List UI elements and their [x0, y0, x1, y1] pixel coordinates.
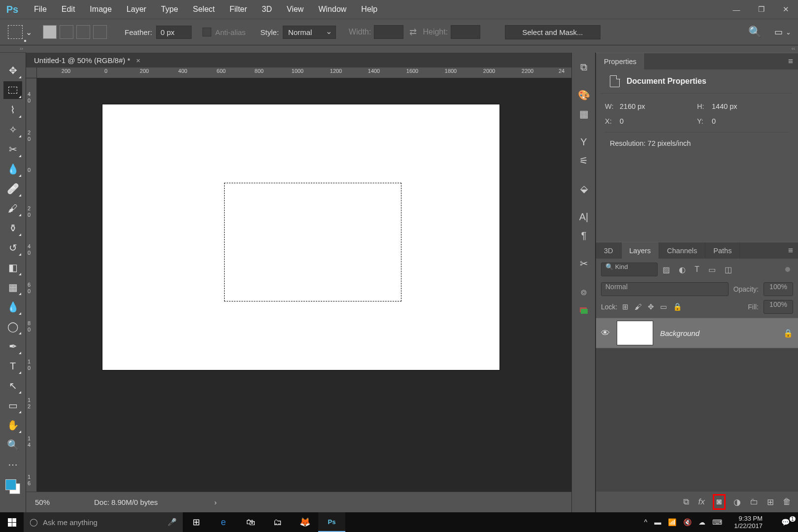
- move-tool[interactable]: ✥: [3, 62, 22, 79]
- layers-comp-icon[interactable]: [574, 302, 593, 319]
- character-panel-icon[interactable]: A|: [574, 208, 593, 225]
- fill-input[interactable]: 100%: [764, 300, 793, 314]
- rectangular-marquee-tool[interactable]: [3, 81, 22, 99]
- canvas[interactable]: [102, 104, 500, 370]
- tab-3d[interactable]: 3D: [596, 242, 622, 259]
- toolbar-expander-icon[interactable]: ››: [0, 45, 26, 53]
- quick-selection-tool[interactable]: ✧: [3, 121, 22, 138]
- tool-preset-picker[interactable]: ⌄: [26, 28, 32, 37]
- window-maximize-button[interactable]: ❐: [749, 0, 773, 19]
- microphone-icon[interactable]: 🎤: [167, 518, 177, 527]
- visibility-toggle-icon[interactable]: 👁: [601, 328, 610, 338]
- volume-icon[interactable]: 🔇: [683, 518, 692, 526]
- filter-type-icon[interactable]: T: [695, 265, 699, 274]
- firefox-icon[interactable]: 🦊: [291, 512, 318, 532]
- ruler-origin[interactable]: [26, 67, 37, 78]
- zoom-level[interactable]: 50%: [35, 498, 65, 506]
- clone-stamp-tool[interactable]: ⚱: [3, 219, 22, 237]
- menu-edit[interactable]: Edit: [54, 2, 83, 16]
- crop-tool[interactable]: ✂: [3, 140, 22, 158]
- cclibraries-panel-icon[interactable]: ⌾: [574, 283, 593, 300]
- eyedropper-tool[interactable]: 💧: [3, 160, 22, 178]
- tab-channels[interactable]: Channels: [659, 242, 705, 259]
- task-view-button[interactable]: ⊞: [183, 512, 210, 532]
- layers-panel-menu-icon[interactable]: ≡: [788, 246, 793, 256]
- file-explorer-icon[interactable]: 🗂: [264, 512, 291, 532]
- filter-shape-icon[interactable]: ▭: [708, 265, 716, 274]
- window-close-button[interactable]: ✕: [773, 0, 798, 19]
- canvas-viewport[interactable]: [37, 78, 596, 492]
- lock-all-icon[interactable]: 🔒: [673, 302, 682, 311]
- status-menu-icon[interactable]: ›: [214, 498, 217, 506]
- wifi-icon[interactable]: 📶: [668, 518, 676, 526]
- keyboard-icon[interactable]: ⌨: [712, 518, 722, 526]
- hand-tool[interactable]: ✋: [3, 416, 22, 434]
- document-tab[interactable]: Untitled-1 @ 50% (RGB/8#) * ×: [26, 53, 148, 67]
- horizontal-ruler[interactable]: 200 0 200 400 600 800 1000 1200 1400 160…: [37, 67, 596, 78]
- properties-panel-menu-icon[interactable]: ≡: [788, 57, 793, 66]
- menu-view[interactable]: View: [279, 2, 311, 16]
- search-icon[interactable]: 🔍: [748, 26, 762, 38]
- menu-layer[interactable]: Layer: [119, 2, 154, 16]
- lock-position-icon[interactable]: ✥: [648, 302, 654, 311]
- menu-file[interactable]: File: [27, 2, 54, 16]
- workspace-switcher[interactable]: ▭ ⌄: [774, 27, 791, 37]
- add-layer-mask-icon[interactable]: ◙: [714, 495, 725, 509]
- foreground-background-swatch[interactable]: [5, 479, 20, 494]
- new-layer-icon[interactable]: ⊞: [767, 497, 774, 507]
- layer-name[interactable]: Background: [660, 329, 776, 337]
- menu-help[interactable]: Help: [354, 2, 385, 16]
- vertical-ruler[interactable]: 4 0 2 0 0 2 0 4 0 6 0 8 0 1 0 1 2 1 4 1 …: [26, 78, 37, 492]
- filter-smart-icon[interactable]: ◫: [725, 265, 732, 274]
- feather-input[interactable]: [156, 26, 192, 39]
- current-tool-icon[interactable]: [8, 25, 23, 39]
- edit-toolbar[interactable]: ⋯: [3, 456, 22, 473]
- edge-browser-icon[interactable]: e: [210, 512, 237, 532]
- history-brush-tool[interactable]: ↺: [3, 239, 22, 257]
- actions-panel-icon[interactable]: ✂: [574, 255, 593, 272]
- layer-thumbnail[interactable]: [617, 321, 653, 345]
- selection-mode-subtract-icon[interactable]: [76, 25, 90, 39]
- menu-image[interactable]: Image: [82, 2, 119, 16]
- panels-expander-icon[interactable]: ‹‹: [596, 45, 798, 53]
- dodge-tool[interactable]: ◯: [3, 318, 22, 335]
- rectangle-tool[interactable]: ▭: [3, 397, 22, 414]
- healing-brush-tool[interactable]: 🩹: [3, 180, 22, 198]
- brush-tool[interactable]: 🖌: [3, 200, 22, 217]
- delete-layer-icon[interactable]: 🗑: [783, 497, 791, 507]
- tab-layers[interactable]: Layers: [622, 242, 660, 259]
- store-icon[interactable]: 🛍: [237, 512, 264, 532]
- photoshop-taskbar-icon[interactable]: Ps: [318, 512, 345, 532]
- tab-properties[interactable]: Properties: [596, 53, 645, 70]
- onedrive-icon[interactable]: ☁: [698, 518, 705, 526]
- select-and-mask-button[interactable]: Select and Mask...: [505, 25, 600, 39]
- blur-tool[interactable]: 💧: [3, 298, 22, 316]
- menu-select[interactable]: Select: [186, 2, 222, 16]
- menu-window[interactable]: Window: [311, 2, 354, 16]
- layer-filter-toggle[interactable]: [785, 267, 790, 272]
- zoom-tool[interactable]: 🔍: [3, 436, 22, 454]
- layer-lock-icon[interactable]: 🔒: [783, 329, 793, 338]
- new-group-icon[interactable]: 🗀: [750, 497, 758, 507]
- start-button[interactable]: [0, 512, 24, 532]
- close-tab-icon[interactable]: ×: [136, 56, 140, 65]
- style-select[interactable]: Normal: [283, 26, 336, 39]
- lock-image-icon[interactable]: 🖌: [634, 302, 642, 311]
- libraries-panel-icon[interactable]: Y: [574, 133, 593, 150]
- tray-expand-icon[interactable]: ^: [644, 518, 648, 526]
- color-panel-icon[interactable]: 🎨: [574, 87, 593, 103]
- menu-filter[interactable]: Filter: [222, 2, 255, 16]
- paragraph-panel-icon[interactable]: ¶: [574, 227, 593, 244]
- filter-pixel-icon[interactable]: ▨: [663, 265, 670, 274]
- styles-panel-icon[interactable]: ⬙: [574, 180, 593, 197]
- selection-mode-intersect-icon[interactable]: [93, 25, 107, 39]
- battery-icon[interactable]: ▬: [654, 518, 661, 526]
- eraser-tool[interactable]: ◧: [3, 259, 22, 276]
- tab-paths[interactable]: Paths: [705, 242, 740, 259]
- filter-adjust-icon[interactable]: ◐: [679, 265, 686, 274]
- document-info[interactable]: Doc: 8.90M/0 bytes: [94, 498, 158, 506]
- swatches-panel-icon[interactable]: ▦: [574, 105, 593, 122]
- window-minimize-button[interactable]: —: [724, 0, 749, 19]
- new-adjustment-layer-icon[interactable]: ◑: [733, 497, 741, 507]
- history-panel-icon[interactable]: ⧉: [574, 59, 593, 75]
